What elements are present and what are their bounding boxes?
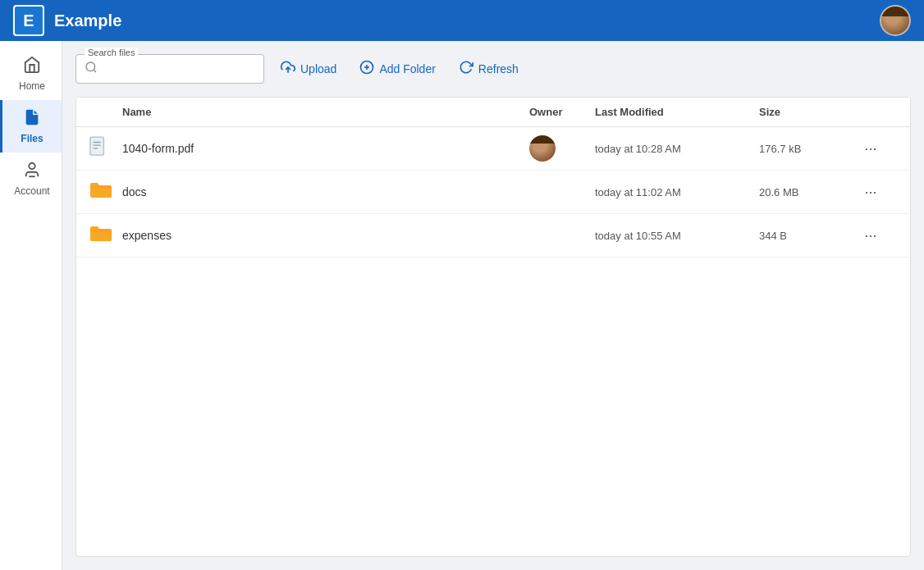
account-icon (23, 161, 41, 182)
sidebar-item-account[interactable]: Account (0, 153, 62, 205)
file-owner (529, 135, 595, 162)
col-icon (89, 106, 122, 118)
toolbar: Search files Upload (75, 54, 911, 84)
search-icon (85, 61, 98, 77)
files-icon (23, 108, 41, 130)
col-size: Size (759, 106, 858, 118)
more-actions-cell: ··· (858, 179, 897, 205)
file-modified: today at 10:55 AM (595, 230, 759, 242)
sidebar-label-home: Home (19, 80, 45, 92)
app-logo: E (13, 5, 44, 36)
table-row[interactable]: expenses today at 10:55 AM 344 B ··· (76, 214, 910, 258)
svg-point-0 (29, 163, 34, 169)
more-actions-cell: ··· (858, 135, 897, 162)
more-options-button[interactable]: ··· (858, 222, 884, 249)
app-header: E Example (0, 0, 924, 41)
upload-button[interactable]: Upload (274, 55, 343, 84)
app-title: Example (54, 11, 880, 30)
sidebar-label-files: Files (21, 133, 43, 144)
sidebar: Home Files Account (0, 41, 62, 570)
upload-icon (281, 60, 295, 79)
search-container: Search files (75, 54, 264, 84)
file-name: docs (122, 185, 529, 198)
add-folder-label: Add Folder (379, 62, 435, 75)
more-options-button[interactable]: ··· (858, 135, 884, 162)
file-size: 20.6 MB (759, 186, 858, 198)
add-folder-button[interactable]: Add Folder (353, 55, 441, 84)
refresh-button[interactable]: Refresh (452, 55, 525, 84)
file-modified: today at 11:02 AM (595, 186, 759, 198)
refresh-icon (459, 60, 473, 79)
owner-avatar (529, 135, 556, 162)
upload-label: Upload (300, 62, 336, 75)
svg-line-2 (94, 70, 96, 72)
main-layout: Home Files Account (0, 41, 924, 570)
user-avatar[interactable] (880, 5, 911, 36)
svg-rect-7 (90, 137, 104, 155)
svg-point-1 (86, 62, 95, 71)
add-folder-icon (359, 60, 374, 79)
content-area: Search files Upload (62, 41, 924, 570)
more-actions-cell: ··· (858, 222, 897, 249)
file-size: 176.7 kB (759, 143, 858, 155)
table-row[interactable]: 1040-form.pdf today at 10:28 AM 176.7 kB… (76, 127, 910, 171)
refresh-label: Refresh (478, 62, 519, 75)
sidebar-item-home[interactable]: Home (0, 48, 62, 100)
more-options-button[interactable]: ··· (858, 179, 884, 205)
table-row[interactable]: docs today at 11:02 AM 20.6 MB ··· (76, 171, 910, 214)
sidebar-label-account: Account (14, 185, 49, 197)
folder-type-icon (89, 224, 122, 247)
sidebar-item-files[interactable]: Files (0, 100, 62, 153)
col-name: Name (122, 106, 529, 118)
col-actions (858, 106, 897, 118)
file-size: 344 B (759, 230, 858, 242)
file-table: Name Owner Last Modified Size 1040-form.… (75, 97, 911, 557)
col-modified: Last Modified (595, 106, 759, 118)
search-label: Search files (85, 48, 138, 57)
logo-letter: E (23, 11, 34, 30)
folder-type-icon (89, 180, 122, 203)
col-owner: Owner (529, 106, 595, 118)
file-name: 1040-form.pdf (122, 142, 529, 155)
file-modified: today at 10:28 AM (595, 143, 759, 155)
file-name: expenses (122, 229, 529, 242)
file-type-icon (89, 136, 122, 161)
home-icon (23, 56, 41, 77)
table-header: Name Owner Last Modified Size (76, 98, 910, 127)
search-input[interactable] (106, 57, 254, 81)
